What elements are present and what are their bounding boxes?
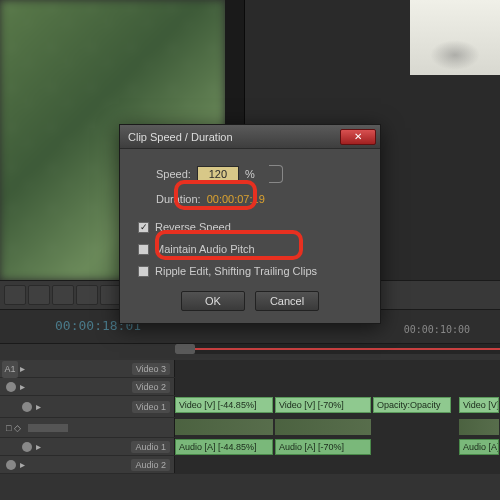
lock-icon[interactable]: ▸ xyxy=(20,363,25,374)
audio-clip[interactable]: Audio [A] [-44.85%] xyxy=(175,439,273,455)
track-video-3: ▸ Video 3 xyxy=(0,360,500,378)
track-header[interactable]: ▸ Video 3 xyxy=(0,360,175,377)
timeline-panel: 00:00:18:01 00:00:10:00 ▸ Video 3 ▸ Vide… xyxy=(0,310,500,500)
ripple-label: Ripple Edit, Shifting Trailing Clips xyxy=(155,265,317,277)
dialog-title: Clip Speed / Duration xyxy=(128,131,233,143)
eye-icon[interactable] xyxy=(22,402,32,412)
track-video-1-thumb: □◇ xyxy=(0,418,500,438)
track-lane[interactable] xyxy=(175,456,500,473)
track-label: Video 2 xyxy=(132,381,170,393)
close-button[interactable]: ✕ xyxy=(340,129,376,145)
duration-label: Duration: xyxy=(156,193,201,205)
track-video-1: V ▸ Video 1 Video [V] [-44.85%] Video [V… xyxy=(0,396,500,418)
eye-icon[interactable] xyxy=(6,382,16,392)
clip-speed-dialog: Clip Speed / Duration ✕ Speed: % Duratio… xyxy=(119,124,381,324)
track-header[interactable]: ▸ Video 1 xyxy=(0,396,175,417)
dialog-buttons: OK Cancel xyxy=(138,291,362,311)
duration-row: Duration: 00:00:07:19 xyxy=(156,193,362,205)
track-header[interactable]: ▸ Audio 1 xyxy=(0,438,175,455)
speed-row: Speed: % xyxy=(156,165,362,183)
ripple-checkbox[interactable] xyxy=(138,266,149,277)
close-icon: ✕ xyxy=(354,131,362,142)
pitch-row: Maintain Audio Pitch xyxy=(138,243,362,255)
lock-icon[interactable]: ▸ xyxy=(20,381,25,392)
video-clip[interactable]: Opacity:Opacity xyxy=(373,397,451,413)
speaker-icon[interactable] xyxy=(22,442,32,452)
tool-button[interactable] xyxy=(76,285,98,305)
track-lane[interactable]: Video [V] [-44.85%] Video [V] [-70%] Opa… xyxy=(175,396,500,417)
audio-clip[interactable]: Audio [A] [-70%] xyxy=(275,439,371,455)
reverse-checkbox[interactable]: ✓ xyxy=(138,222,149,233)
duration-value[interactable]: 00:00:07:19 xyxy=(207,193,265,205)
track-header[interactable]: ▸ Video 2 xyxy=(0,378,175,395)
program-panel-bg2 xyxy=(410,75,500,280)
audio-clip[interactable]: Audio [A] xyxy=(459,439,499,455)
reverse-row: ✓ Reverse Speed xyxy=(138,221,362,233)
cancel-button[interactable]: Cancel xyxy=(255,291,319,311)
track-lane[interactable] xyxy=(175,418,500,437)
lock-icon[interactable]: ▸ xyxy=(20,459,25,470)
track-header-tools[interactable]: □◇ xyxy=(0,418,175,437)
track-target-badge[interactable]: A1 xyxy=(2,361,18,377)
dialog-titlebar[interactable]: Clip Speed / Duration ✕ xyxy=(120,125,380,149)
ruler-marker: 00:00:10:00 xyxy=(404,324,470,335)
tracks-container: ▸ Video 3 ▸ Video 2 V ▸ Video 1 Video [V… xyxy=(0,360,500,474)
track-label: Video 1 xyxy=(132,401,170,413)
track-audio-1: A1 ▸ Audio 1 Audio [A] [-44.85%] Audio [… xyxy=(0,438,500,456)
ok-button[interactable]: OK xyxy=(181,291,245,311)
speed-unit: % xyxy=(245,168,255,180)
pitch-label: Maintain Audio Pitch xyxy=(155,243,255,255)
program-monitor xyxy=(410,0,500,75)
dialog-body: Speed: % Duration: 00:00:07:19 ✓ Reverse… xyxy=(120,149,380,323)
tool-button[interactable] xyxy=(4,285,26,305)
tool-button[interactable] xyxy=(28,285,50,305)
track-label: Audio 1 xyxy=(131,441,170,453)
track-label: Audio 2 xyxy=(131,459,170,471)
ripple-row: Ripple Edit, Shifting Trailing Clips xyxy=(138,265,362,277)
scrub-indicator xyxy=(195,348,500,350)
video-clip[interactable]: Video [V] xyxy=(459,397,499,413)
lock-icon[interactable]: ▸ xyxy=(36,401,41,412)
track-video-2: ▸ Video 2 xyxy=(0,378,500,396)
track-lane[interactable] xyxy=(175,378,500,395)
tool-button[interactable] xyxy=(52,285,74,305)
reverse-label: Reverse Speed xyxy=(155,221,231,233)
speaker-icon[interactable] xyxy=(6,460,16,470)
track-label: Video 3 xyxy=(132,363,170,375)
link-icon[interactable] xyxy=(269,165,283,183)
track-audio-2: ▸ Audio 2 xyxy=(0,456,500,474)
speed-label: Speed: xyxy=(156,168,191,180)
pitch-checkbox[interactable] xyxy=(138,244,149,255)
lock-icon[interactable]: ▸ xyxy=(36,441,41,452)
speed-input[interactable] xyxy=(197,166,239,182)
track-header[interactable]: ▸ Audio 2 xyxy=(0,456,175,473)
track-lane[interactable] xyxy=(175,360,500,377)
video-clip[interactable]: Video [V] [-44.85%] xyxy=(175,397,273,413)
video-clip[interactable]: Video [V] [-70%] xyxy=(275,397,371,413)
track-lane[interactable]: Audio [A] [-44.85%] Audio [A] [-70%] Aud… xyxy=(175,438,500,455)
